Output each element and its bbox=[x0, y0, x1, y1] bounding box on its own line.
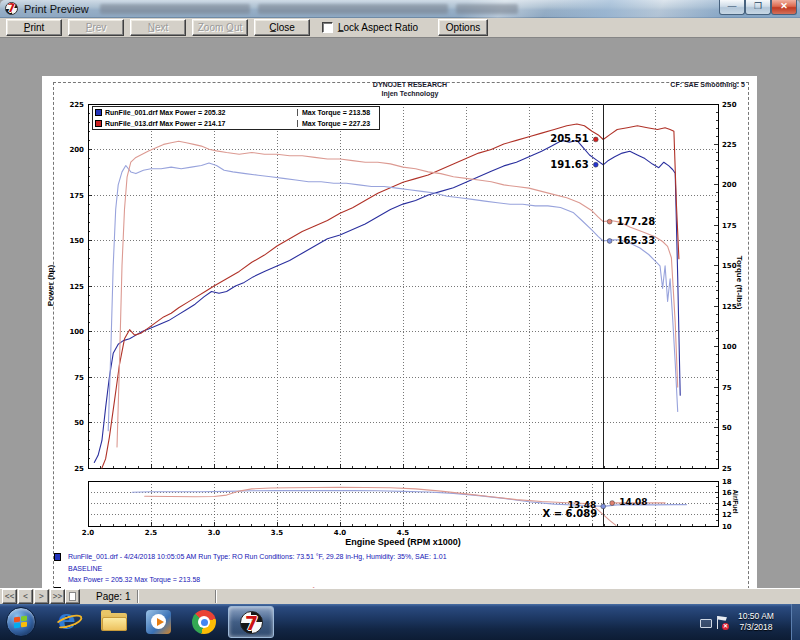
cursor-marker-dot bbox=[607, 239, 612, 244]
titlebar[interactable]: 7 Print Preview — ❐ ✕ bbox=[0, 0, 800, 18]
svg-text:50: 50 bbox=[722, 424, 732, 432]
engine-speed-axis-label: Engine Speed (RPM x1000) bbox=[303, 537, 503, 547]
cursor-marker-dot bbox=[593, 137, 598, 142]
legend-file-power: RunFile_001.drf Max Power = 205.32 bbox=[105, 109, 297, 116]
first-page-button[interactable]: << bbox=[2, 589, 17, 604]
chrome-icon[interactable] bbox=[190, 609, 218, 635]
windows-explorer-icon[interactable] bbox=[100, 609, 128, 635]
svg-text:175: 175 bbox=[69, 192, 84, 200]
clock-time: 10:50 AM bbox=[726, 611, 786, 622]
show-desktop-button[interactable] bbox=[791, 604, 800, 640]
svg-text:3.0: 3.0 bbox=[208, 529, 221, 537]
svg-text:50: 50 bbox=[74, 419, 84, 427]
svg-text:2.5: 2.5 bbox=[145, 529, 158, 537]
windows-media-player-icon[interactable] bbox=[145, 609, 173, 635]
torque-axis-label: Torque (ft-lbs) bbox=[735, 243, 744, 323]
tray-clock[interactable]: 10:50 AM 7/3/2018 bbox=[726, 611, 786, 633]
curve-runfile-013-a-f bbox=[145, 487, 616, 525]
svg-text:250: 250 bbox=[722, 101, 737, 109]
windows-logo-icon bbox=[14, 616, 28, 629]
next-button[interactable]: N̲ext bbox=[130, 19, 186, 36]
print-button[interactable]: P̲rint bbox=[6, 19, 62, 36]
svg-text:18: 18 bbox=[722, 478, 732, 486]
svg-text:75: 75 bbox=[74, 374, 84, 382]
dynojet-app-icon: 7 bbox=[5, 2, 18, 15]
svg-text:175: 175 bbox=[722, 222, 737, 230]
dynojet-checkered-icon: 7 bbox=[240, 611, 263, 634]
cursor-marker-dot bbox=[607, 219, 612, 224]
next-page-button[interactable]: > bbox=[34, 589, 49, 604]
preview-page: DYNOJET RESEARCH Injen Technology CF: SA… bbox=[42, 76, 757, 626]
legend-torque: Max Torque = 213.58 bbox=[297, 109, 370, 116]
svg-text:4.5: 4.5 bbox=[397, 529, 410, 537]
cursor-marker-dot bbox=[610, 501, 615, 506]
cursor-marker-dot bbox=[593, 162, 598, 167]
svg-text:225: 225 bbox=[69, 101, 84, 109]
cursor-value-label: 191.63 bbox=[550, 159, 589, 170]
airfuel-axis-label: Air/Fuel bbox=[732, 477, 739, 527]
run-color-swatch bbox=[54, 553, 61, 561]
lock-aspect-ratio-label: L̲ock Aspect Ratio bbox=[338, 22, 418, 33]
legend-swatch-red bbox=[95, 120, 102, 127]
redacted-title-text bbox=[258, 4, 448, 14]
svg-text:100: 100 bbox=[69, 328, 84, 336]
cursor-value-label: 205.51 bbox=[550, 133, 589, 144]
statusbar-divider bbox=[137, 590, 139, 603]
taskbar: e 7 ✕ 10:50 AM 7/3/2018 bbox=[0, 604, 800, 640]
window-title: Print Preview bbox=[24, 3, 89, 15]
svg-text:25: 25 bbox=[74, 465, 84, 473]
svg-text:2.0: 2.0 bbox=[82, 529, 95, 537]
legend-row: RunFile_013.drf Max Power = 214.17 Max T… bbox=[93, 118, 379, 129]
svg-text:14: 14 bbox=[722, 500, 732, 508]
page-number-label: Page: 1 bbox=[96, 591, 130, 602]
close-window-button[interactable]: ✕ bbox=[771, 0, 797, 15]
toolbar: P̲rint P̲rev N̲ext Zoom O̲ut C̲lose L̲oc… bbox=[0, 18, 800, 38]
print-preview-area: DYNOJET RESEARCH Injen Technology CF: SA… bbox=[0, 38, 800, 588]
svg-text:3.5: 3.5 bbox=[271, 529, 284, 537]
statusbar-divider bbox=[215, 590, 217, 603]
svg-text:25: 25 bbox=[722, 465, 732, 473]
last-page-button[interactable]: >> bbox=[50, 589, 65, 604]
svg-text:125: 125 bbox=[69, 283, 84, 291]
svg-text:10: 10 bbox=[722, 523, 732, 531]
run-conditions-line: RunFile_001.drf - 4/24/2018 10:05:05 AM … bbox=[68, 551, 447, 563]
prev-button[interactable]: P̲rev bbox=[68, 19, 124, 36]
svg-text:12: 12 bbox=[722, 511, 732, 519]
legend-swatch-blue bbox=[95, 109, 102, 116]
action-center-flag-icon bbox=[717, 616, 718, 629]
cursor-marker-dot bbox=[601, 504, 606, 509]
cursor-value-label: 177.28 bbox=[617, 216, 656, 227]
svg-text:100: 100 bbox=[722, 343, 737, 351]
internet-explorer-icon[interactable]: e bbox=[56, 609, 84, 635]
minimize-button[interactable]: — bbox=[719, 0, 745, 15]
statusbar: << < > >> Page: 1 bbox=[0, 588, 800, 604]
close-button[interactable]: C̲lose bbox=[254, 19, 310, 36]
redacted-title-text bbox=[456, 4, 518, 14]
svg-text:150: 150 bbox=[69, 237, 84, 245]
cursor-x-value-label: X = 6.089 bbox=[543, 508, 598, 519]
zoom-out-button[interactable]: Zoom O̲ut bbox=[192, 19, 248, 36]
cursor-value-label: 165.33 bbox=[617, 235, 656, 246]
chart-legend: RunFile_001.drf Max Power = 205.32 Max T… bbox=[92, 106, 380, 130]
lock-aspect-ratio-checkbox[interactable] bbox=[322, 22, 333, 33]
start-button[interactable] bbox=[6, 607, 36, 637]
svg-text:75: 75 bbox=[722, 384, 732, 392]
run-max-line: Max Power = 205.32 Max Torque = 213.58 bbox=[68, 574, 447, 586]
legend-torque: Max Torque = 227.23 bbox=[297, 120, 370, 127]
svg-text:225: 225 bbox=[722, 141, 737, 149]
run-info-baseline: RunFile_001.drf - 4/24/2018 10:05:05 AM … bbox=[54, 551, 447, 586]
svg-text:4.0: 4.0 bbox=[334, 529, 347, 537]
options-button[interactable]: Options bbox=[438, 19, 488, 36]
cursor-value-label: 14.08 bbox=[619, 497, 647, 507]
power-axis-label: Power (hp) bbox=[46, 251, 55, 321]
taskbar-dynojet-winpep-button[interactable]: 7 bbox=[228, 606, 274, 638]
restore-button[interactable]: ❐ bbox=[745, 0, 771, 15]
clock-date: 7/3/2018 bbox=[726, 622, 786, 633]
prev-page-button[interactable]: < bbox=[18, 589, 33, 604]
svg-text:200: 200 bbox=[69, 146, 84, 154]
tray-display-icon[interactable] bbox=[700, 619, 712, 628]
run-name-line: BASELINE bbox=[68, 563, 447, 575]
page-layout-button[interactable] bbox=[65, 589, 80, 604]
document-icon bbox=[69, 592, 76, 601]
legend-row: RunFile_001.drf Max Power = 205.32 Max T… bbox=[93, 107, 379, 118]
